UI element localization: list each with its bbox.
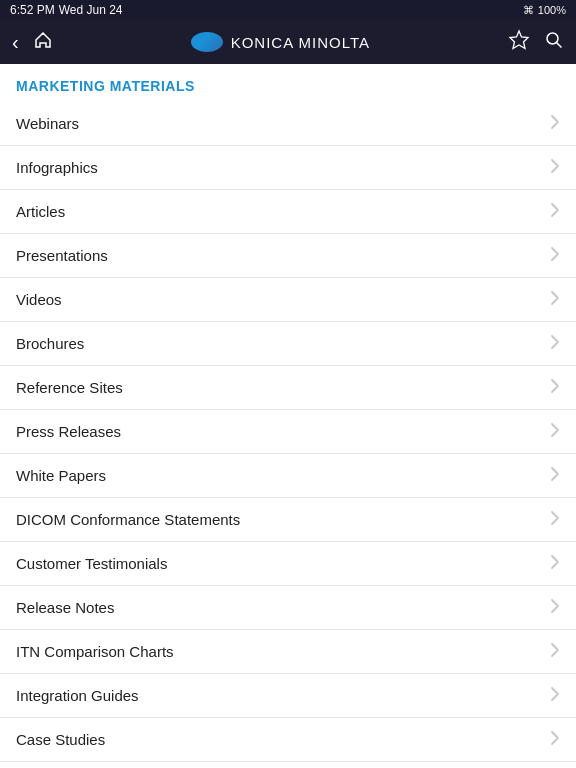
menu-item-label-dicom: DICOM Conformance Statements xyxy=(16,511,240,528)
menu-item-brochures[interactable]: Brochures xyxy=(0,322,576,366)
status-time: 6:52 PM xyxy=(10,3,55,17)
status-bar: 6:52 PM Wed Jun 24 ⌘ 100% xyxy=(0,0,576,20)
menu-item-webinars[interactable]: Webinars xyxy=(0,102,576,146)
status-day: Wed Jun 24 xyxy=(59,3,123,17)
menu-item-infographics[interactable]: Infographics xyxy=(0,146,576,190)
chevron-icon-presentations xyxy=(550,246,560,266)
svg-marker-0 xyxy=(510,31,528,49)
chevron-icon-case-studies xyxy=(550,730,560,750)
chevron-icon-itn-comparison-charts xyxy=(550,642,560,662)
battery-icon: 100% xyxy=(538,4,566,16)
menu-item-label-customer-testimonials: Customer Testimonials xyxy=(16,555,167,572)
menu-item-label-webinars: Webinars xyxy=(16,115,79,132)
brand-logo xyxy=(191,32,223,52)
menu-item-itn-comparison-charts[interactable]: ITN Comparison Charts xyxy=(0,630,576,674)
menu-item-label-videos: Videos xyxy=(16,291,62,308)
menu-item-articles[interactable]: Articles xyxy=(0,190,576,234)
back-button[interactable]: ‹ xyxy=(12,31,19,54)
chevron-icon-white-papers xyxy=(550,466,560,486)
menu-item-label-release-notes: Release Notes xyxy=(16,599,114,616)
star-button[interactable] xyxy=(508,29,530,56)
chevron-icon-videos xyxy=(550,290,560,310)
menu-item-reference-sites[interactable]: Reference Sites xyxy=(0,366,576,410)
menu-item-label-reference-sites: Reference Sites xyxy=(16,379,123,396)
search-button[interactable] xyxy=(544,30,564,55)
status-right: ⌘ 100% xyxy=(523,4,566,17)
menu-list: WebinarsInfographicsArticlesPresentation… xyxy=(0,102,576,762)
chevron-icon-integration-guides xyxy=(550,686,560,706)
menu-item-label-press-releases: Press Releases xyxy=(16,423,121,440)
menu-item-label-brochures: Brochures xyxy=(16,335,84,352)
menu-item-release-notes[interactable]: Release Notes xyxy=(0,586,576,630)
menu-item-white-papers[interactable]: White Papers xyxy=(0,454,576,498)
chevron-icon-articles xyxy=(550,202,560,222)
menu-item-dicom[interactable]: DICOM Conformance Statements xyxy=(0,498,576,542)
wifi-icon: ⌘ xyxy=(523,4,534,17)
status-left: 6:52 PM Wed Jun 24 xyxy=(10,3,123,17)
menu-item-label-white-papers: White Papers xyxy=(16,467,106,484)
chevron-icon-dicom xyxy=(550,510,560,530)
svg-point-1 xyxy=(547,33,558,44)
nav-bar: ‹ KONICA MINOLTA xyxy=(0,20,576,64)
section-heading: MARKETING MATERIALS xyxy=(0,64,576,102)
menu-item-label-itn-comparison-charts: ITN Comparison Charts xyxy=(16,643,174,660)
menu-item-customer-testimonials[interactable]: Customer Testimonials xyxy=(0,542,576,586)
nav-left: ‹ xyxy=(12,30,53,55)
svg-line-2 xyxy=(557,42,562,47)
chevron-icon-webinars xyxy=(550,114,560,134)
brand-name: KONICA MINOLTA xyxy=(231,34,370,51)
chevron-icon-infographics xyxy=(550,158,560,178)
menu-item-label-integration-guides: Integration Guides xyxy=(16,687,139,704)
chevron-icon-reference-sites xyxy=(550,378,560,398)
menu-item-label-articles: Articles xyxy=(16,203,65,220)
menu-item-label-case-studies: Case Studies xyxy=(16,731,105,748)
chevron-icon-release-notes xyxy=(550,598,560,618)
menu-item-videos[interactable]: Videos xyxy=(0,278,576,322)
menu-item-integration-guides[interactable]: Integration Guides xyxy=(0,674,576,718)
chevron-icon-brochures xyxy=(550,334,560,354)
menu-item-presentations[interactable]: Presentations xyxy=(0,234,576,278)
menu-item-label-presentations: Presentations xyxy=(16,247,108,264)
nav-center: KONICA MINOLTA xyxy=(191,32,370,52)
nav-right xyxy=(508,29,564,56)
home-button[interactable] xyxy=(33,30,53,55)
menu-item-label-infographics: Infographics xyxy=(16,159,98,176)
menu-item-press-releases[interactable]: Press Releases xyxy=(0,410,576,454)
menu-item-case-studies[interactable]: Case Studies xyxy=(0,718,576,762)
chevron-icon-press-releases xyxy=(550,422,560,442)
chevron-icon-customer-testimonials xyxy=(550,554,560,574)
